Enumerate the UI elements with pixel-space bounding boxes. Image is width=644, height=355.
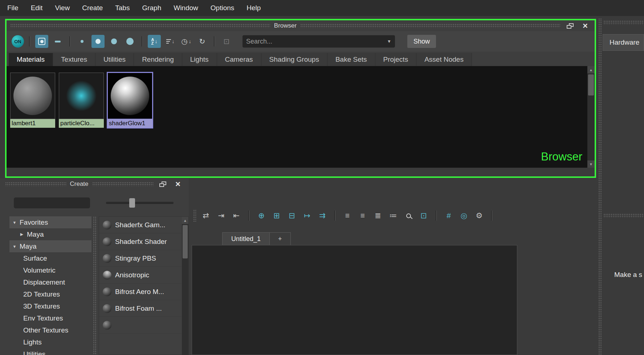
panel-drag-texture[interactable] xyxy=(603,20,644,25)
list-display-mode-button[interactable] xyxy=(51,35,64,48)
menu-item-options[interactable]: Options xyxy=(204,4,240,12)
browser-restore-button[interactable] xyxy=(564,21,576,30)
material-swatch-lambert1[interactable]: lambert1 xyxy=(10,73,55,128)
frame-all-icon[interactable]: ⊕ xyxy=(256,209,267,222)
tree-item-volumetric[interactable]: Volumetric xyxy=(9,264,91,276)
shaderball-update-icon[interactable]: ◎ xyxy=(458,209,469,222)
tab-bake-sets[interactable]: Bake Sets xyxy=(327,53,375,66)
toolbar-grip[interactable] xyxy=(193,209,196,222)
node-item-bifrost-aero[interactable]: Bifrost Aero M... xyxy=(99,283,188,300)
graph-input-output-connections-icon[interactable]: ⇄ xyxy=(200,209,211,222)
right-panel-splitter[interactable] xyxy=(598,18,602,355)
node-item-anisotropic[interactable]: Anisotropic xyxy=(99,267,188,283)
remove-selected-from-graph-icon[interactable]: ⊟ xyxy=(286,209,297,222)
swatch-size-tiny-button[interactable] xyxy=(76,35,89,48)
panel-drag-texture[interactable] xyxy=(603,213,644,218)
node-list-scrollbar[interactable]: ▲ xyxy=(182,217,188,355)
add-selected-to-graph-icon[interactable]: ⊞ xyxy=(271,209,282,222)
layout-grid-icon[interactable]: ≣ xyxy=(372,209,383,222)
new-tab-button[interactable]: + xyxy=(270,232,291,245)
scroll-down-icon[interactable]: ▼ xyxy=(587,160,595,168)
tree-item-3d-textures[interactable]: 3D Textures xyxy=(9,300,91,312)
refresh-swatches-button[interactable]: ↻ xyxy=(196,35,209,48)
tree-item-maya[interactable]: ▼ Maya xyxy=(9,240,91,252)
swatch-size-slider[interactable] xyxy=(106,202,174,204)
scroll-up-icon[interactable]: ▲ xyxy=(587,66,595,73)
tab-rendering[interactable]: Rendering xyxy=(134,53,182,66)
tree-item-utilities[interactable]: Utilities xyxy=(9,348,91,355)
tab-untitled-1[interactable]: Untitled_1 xyxy=(222,232,270,245)
browser-close-button[interactable]: × xyxy=(579,21,591,30)
menu-item-create[interactable]: Create xyxy=(76,4,109,12)
swatch-size-large-button[interactable] xyxy=(123,35,136,48)
scrollbar-thumb[interactable] xyxy=(588,74,594,95)
pin-selection-button[interactable]: ⊡ xyxy=(220,35,233,48)
show-filter-button[interactable]: Show xyxy=(407,35,436,48)
node-item-bifrost-foam[interactable]: Bifrost Foam ... xyxy=(99,300,188,317)
zoom-search-button[interactable] xyxy=(403,209,414,222)
node-editor-canvas[interactable] xyxy=(192,245,517,355)
menu-item-view[interactable]: View xyxy=(49,4,76,12)
panel-drag-texture[interactable] xyxy=(92,182,153,186)
menu-item-edit[interactable]: Edit xyxy=(25,4,49,12)
tree-list-splitter[interactable] xyxy=(93,216,97,355)
menu-item-help[interactable]: Help xyxy=(240,4,267,12)
tab-materials[interactable]: Materials xyxy=(9,53,53,66)
panel-drag-texture[interactable] xyxy=(300,24,561,28)
create-restore-button[interactable] xyxy=(157,180,168,188)
chevron-down-icon[interactable]: ▼ xyxy=(12,220,17,225)
tree-item-favorites[interactable]: ▼ Favorites xyxy=(9,216,91,228)
create-filter-input[interactable] xyxy=(14,197,90,208)
tree-item-lights[interactable]: Lights xyxy=(9,336,91,348)
chevron-right-icon[interactable]: ▶ xyxy=(20,232,24,237)
panel-drag-texture[interactable] xyxy=(5,182,66,186)
node-item-shaderfx-game[interactable]: Shaderfx Gam... xyxy=(99,217,188,233)
layout-columns-icon[interactable]: ≡ xyxy=(357,209,368,222)
node-item-partial[interactable] xyxy=(99,317,188,334)
swatch-display-mode-button[interactable] xyxy=(35,35,48,48)
menu-item-graph[interactable]: Graph xyxy=(136,4,167,12)
browser-scrollbar[interactable]: ▲ ▼ xyxy=(587,66,595,168)
hardware-panel-header[interactable]: Hardware xyxy=(603,34,644,51)
layout-list-icon[interactable]: ≔ xyxy=(388,209,399,222)
node-item-stingray-pbs[interactable]: Stingray PBS xyxy=(99,250,188,267)
menu-item-tabs[interactable]: Tabs xyxy=(109,4,136,12)
graph-input-connections-icon[interactable]: ⇥ xyxy=(216,209,227,222)
popout-window-icon[interactable]: ⊡ xyxy=(418,209,429,222)
tree-item-surface[interactable]: Surface xyxy=(9,252,91,264)
material-swatch-shaderglow1[interactable]: shaderGlow1 xyxy=(107,73,152,128)
graph-settings-icon[interactable]: ⚙ xyxy=(474,209,485,222)
material-swatch-particlecloud[interactable]: particleClo... xyxy=(59,73,104,128)
tab-projects[interactable]: Projects xyxy=(375,53,417,66)
sort-by-type-button[interactable]: ↓ xyxy=(164,35,177,48)
tree-item-other-textures[interactable]: Other Textures xyxy=(9,324,91,336)
scrollbar-track[interactable] xyxy=(587,73,595,160)
tab-lights[interactable]: Lights xyxy=(182,53,217,66)
menu-item-file[interactable]: File xyxy=(7,4,25,12)
chevron-down-icon[interactable]: ▼ xyxy=(12,244,17,249)
swatch-render-on-toggle[interactable]: ON xyxy=(12,35,24,48)
graph-output-connections-icon[interactable]: ⇤ xyxy=(231,209,242,222)
show-upstream-icon[interactable]: ↦ xyxy=(302,209,313,222)
tab-shading-groups[interactable]: Shading Groups xyxy=(261,53,327,66)
swatch-size-small-button[interactable] xyxy=(91,35,105,48)
tab-textures[interactable]: Textures xyxy=(53,53,95,66)
tree-item-maya-favorite[interactable]: ▶ Maya xyxy=(9,228,91,240)
tab-cameras[interactable]: Cameras xyxy=(217,53,261,66)
layout-rows-icon[interactable]: ≡ xyxy=(342,209,353,222)
tree-item-displacement[interactable]: Displacement xyxy=(9,276,91,288)
node-item-shaderfx-shader[interactable]: Shaderfx Shader xyxy=(99,233,188,250)
scroll-up-icon[interactable]: ▲ xyxy=(182,217,188,224)
scrollbar-track[interactable] xyxy=(182,224,188,355)
tab-asset-nodes[interactable]: Asset Nodes xyxy=(416,53,472,66)
sort-by-time-button[interactable]: ◷ ↓ xyxy=(180,35,193,48)
tab-utilities[interactable]: Utilities xyxy=(95,53,134,66)
panel-drag-texture[interactable] xyxy=(10,24,270,28)
grid-snap-icon[interactable]: # xyxy=(443,209,454,222)
browser-swatch-area[interactable]: lambert1 particleClo... shaderGlow1 Brow… xyxy=(7,66,595,168)
slider-handle[interactable] xyxy=(129,198,135,208)
dropdown-arrow-icon[interactable]: ▼ xyxy=(387,39,391,44)
show-downstream-icon[interactable]: ⇉ xyxy=(317,209,328,222)
swatch-size-medium-button[interactable] xyxy=(107,35,121,48)
menu-item-window[interactable]: Window xyxy=(167,4,204,12)
